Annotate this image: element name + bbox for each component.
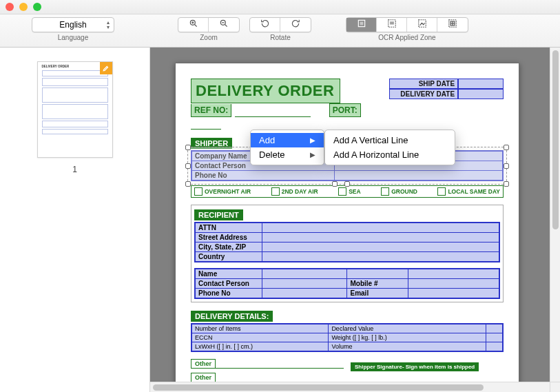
port-label: PORT:: [329, 103, 361, 117]
submenu-add-horizontal-line[interactable]: Add A Horizontal Line: [325, 147, 455, 162]
delivery-details-table: Number of ItemsDeclared Value ECCNWeight…: [191, 323, 504, 352]
close-window-button[interactable]: [6, 3, 14, 11]
svg-rect-8: [360, 22, 363, 25]
ocr-zone-image-button[interactable]: [407, 18, 437, 32]
page-thumbnail[interactable]: DELIVERY ORDER: [37, 61, 113, 158]
ship-method-row: OVERNIGHT AIR 2ND DAY AIR SEA GROUND LOC…: [191, 185, 504, 198]
chevron-updown-icon: ▴▾: [107, 20, 110, 30]
horizontal-scroll-thumb[interactable]: [153, 384, 484, 391]
zoom-label: Zoom: [200, 34, 218, 41]
language-dropdown[interactable]: English ▴▾: [32, 17, 114, 32]
page-number-label: 1: [72, 165, 77, 174]
rotate-right-button[interactable]: [280, 18, 311, 32]
ref-no-label: REF NO:: [191, 104, 231, 117]
zoom-out-button[interactable]: [209, 18, 239, 32]
zone-select-icon: [357, 19, 366, 31]
toolbar: English ▴▾ Language Zoom: [0, 14, 560, 48]
minimize-window-button[interactable]: [19, 3, 28, 11]
recipient-table-1: ATTN Street Address City, State, ZIP Cou…: [194, 222, 500, 262]
zone-handle-nw[interactable]: [185, 145, 191, 150]
zoom-in-icon: [189, 19, 198, 31]
context-menu-add[interactable]: Add ▶: [251, 133, 324, 147]
delivery-details-section-label: DELIVERY DETAILS:: [191, 311, 273, 322]
scroll-corner: [550, 382, 560, 392]
zone-handle-s[interactable]: [344, 181, 350, 187]
zone-image-icon: [417, 19, 427, 31]
zone-handle-ne[interactable]: [504, 145, 509, 150]
rotate-label: Rotate: [270, 34, 290, 41]
zone-handle-e[interactable]: [504, 163, 509, 169]
zoom-out-icon: [219, 19, 229, 31]
submenu-add-vertical-line[interactable]: Add A Vertical Line: [325, 133, 455, 147]
shipper-signature-label: Shipper Signature- Sign when item is shi…: [351, 362, 479, 371]
delivery-date-label: DELIVERY DATE: [389, 89, 458, 99]
doc-title: DELIVERY ORDER: [191, 79, 340, 103]
document-canvas[interactable]: DELIVERY ORDER REF NO: PORT: SHIP DATE D…: [150, 48, 560, 392]
window-titlebar: [0, 0, 560, 14]
rotate-left-button[interactable]: [250, 18, 280, 32]
rotate-left-icon: [260, 19, 270, 31]
language-value: English: [59, 20, 86, 30]
context-submenu[interactable]: Add A Vertical Line Add A Horizontal Lin…: [324, 130, 455, 165]
ship-date-label: SHIP DATE: [389, 79, 458, 89]
rotate-right-icon: [291, 19, 300, 31]
zone-table-icon: [448, 19, 457, 31]
horizontal-scrollbar[interactable]: [150, 382, 550, 392]
recipient-section-label: RECIPIENT: [194, 209, 243, 220]
ocr-zone-table-button[interactable]: [437, 18, 468, 32]
ocr-zone-select-button[interactable]: [346, 18, 377, 32]
language-label: Language: [58, 34, 89, 41]
zone-handle-sw[interactable]: [185, 181, 191, 187]
zone-handle-w[interactable]: [185, 163, 191, 169]
ocr-zone-text-button[interactable]: [377, 18, 407, 32]
submenu-arrow-icon: ▶: [310, 151, 315, 158]
thumbnail-sidebar: DELIVERY ORDER 1: [0, 48, 150, 392]
svg-line-1: [194, 25, 196, 27]
zoom-window-button[interactable]: [33, 3, 41, 11]
zone-col-handle-bot[interactable]: [332, 181, 338, 187]
zone-handle-se[interactable]: [504, 181, 509, 187]
recipient-table-2: Name Contact PersonMobile # Phone NoEmai…: [194, 268, 500, 299]
context-menu[interactable]: Add ▶ Delete ▶: [250, 130, 324, 165]
vertical-scrollbar[interactable]: [550, 48, 560, 392]
zone-text-icon: [387, 19, 397, 31]
ocr-zone-label: OCR Applied Zone: [378, 34, 435, 41]
submenu-arrow-icon: ▶: [310, 136, 315, 144]
zoom-in-button[interactable]: [178, 18, 209, 32]
doc-title-block: DELIVERY ORDER REF NO: PORT:: [191, 79, 389, 130]
context-menu-delete[interactable]: Delete ▶: [251, 147, 324, 162]
document-page: DELIVERY ORDER REF NO: PORT: SHIP DATE D…: [175, 63, 519, 392]
vertical-scroll-thumb[interactable]: [552, 50, 559, 229]
svg-line-5: [225, 25, 227, 27]
edit-badge-icon: [100, 62, 112, 74]
header-date-box: SHIP DATE DELIVERY DATE: [389, 79, 504, 99]
